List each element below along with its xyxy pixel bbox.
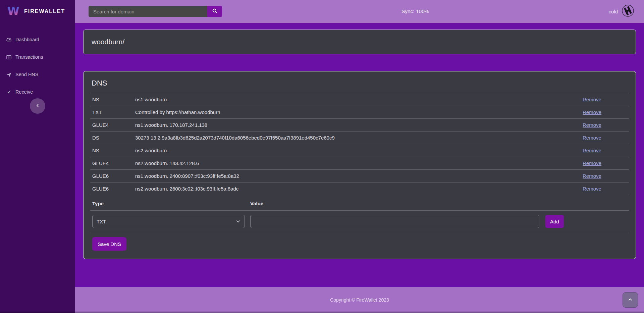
record-value: ns2.woodburn. bbox=[135, 148, 583, 153]
record-value: ns1.woodburn. 170.187.241.138 bbox=[135, 122, 583, 128]
record-action: Remove bbox=[583, 135, 627, 141]
topbar: Sync: 100% cold bbox=[75, 0, 644, 23]
domain-search bbox=[89, 6, 222, 17]
table-icon bbox=[6, 54, 12, 60]
sidebar-item-label: Transactions bbox=[15, 54, 43, 60]
record-value: ns1.woodburn. bbox=[135, 97, 583, 102]
sync-status: Sync: 100% bbox=[401, 8, 429, 14]
dns-add-form: TXT Add bbox=[90, 211, 629, 233]
record-action: Remove bbox=[583, 109, 627, 115]
dns-record-row: NS ns1.woodburn. Remove bbox=[90, 93, 629, 106]
record-value: ns2.woodburn. 2600:3c02::f03c:93ff:fe5a:… bbox=[135, 186, 583, 192]
record-value: ns2.woodburn. 143.42.128.6 bbox=[135, 160, 583, 166]
handshake-icon bbox=[621, 4, 635, 19]
remove-link[interactable]: Remove bbox=[583, 148, 601, 153]
record-action: Remove bbox=[583, 122, 627, 128]
sidebar-item-label: Send HNS bbox=[15, 72, 39, 77]
wallet-name: cold bbox=[608, 9, 618, 14]
record-action: Remove bbox=[583, 173, 627, 179]
record-type-select[interactable]: TXT bbox=[92, 215, 245, 228]
remove-link[interactable]: Remove bbox=[583, 160, 601, 166]
record-action: Remove bbox=[583, 186, 627, 192]
remove-link[interactable]: Remove bbox=[583, 173, 601, 179]
gauge-icon bbox=[6, 37, 12, 43]
scroll-to-top-button[interactable] bbox=[623, 292, 638, 308]
copyright-text: Copyright © FireWallet 2023 bbox=[330, 297, 389, 303]
sidebar-collapse-button[interactable] bbox=[30, 98, 45, 114]
dns-record-row: NS ns2.woodburn. Remove bbox=[90, 144, 629, 157]
record-type: GLUE6 bbox=[92, 173, 135, 179]
record-type: TXT bbox=[92, 109, 135, 115]
remove-link[interactable]: Remove bbox=[583, 186, 601, 192]
sidebar: W FIREWALLET Dashboard Transact bbox=[0, 0, 75, 313]
sidebar-item-transactions[interactable]: Transactions bbox=[0, 48, 75, 66]
dns-record-row: TXT Controlled by https://nathan.woodbur… bbox=[90, 106, 629, 119]
record-action: Remove bbox=[583, 97, 627, 102]
brand-title: FIREWALLET bbox=[24, 8, 65, 14]
value-column-header: Value bbox=[250, 201, 539, 206]
arrow-down-left-icon bbox=[6, 89, 12, 95]
sidebar-item-label: Dashboard bbox=[15, 37, 39, 42]
chevron-up-icon bbox=[628, 297, 633, 303]
page-title: woodburn/ bbox=[92, 38, 124, 46]
paper-plane-icon bbox=[6, 72, 12, 77]
sidebar-item-send-hns[interactable]: Send HNS bbox=[0, 66, 75, 83]
record-type-select-wrap: TXT bbox=[92, 215, 245, 228]
record-value: ns1.woodburn. 2400:8907::f03c:93ff:fe5a:… bbox=[135, 173, 583, 179]
record-action: Remove bbox=[583, 148, 627, 153]
remove-link[interactable]: Remove bbox=[583, 122, 601, 128]
wallet-indicator[interactable]: cold bbox=[608, 4, 635, 19]
brand[interactable]: W FIREWALLET bbox=[0, 0, 75, 23]
sidebar-menu: Dashboard Transactions Send HNS bbox=[0, 31, 75, 101]
record-type: NS bbox=[92, 97, 135, 102]
dns-records-table: NS ns1.woodburn. Remove TXT Controlled b… bbox=[90, 93, 629, 195]
dns-record-row: GLUE4 ns1.woodburn. 170.187.241.138 Remo… bbox=[90, 119, 629, 132]
remove-link[interactable]: Remove bbox=[583, 97, 601, 102]
dns-form-headers: Type Value bbox=[90, 195, 629, 211]
dns-record-row: DS 30273 13 2 9a3a8fb3d625d2a2073d740f10… bbox=[90, 132, 629, 144]
type-column-header: Type bbox=[92, 201, 245, 206]
search-input[interactable] bbox=[89, 6, 207, 17]
chevron-left-icon bbox=[35, 103, 40, 110]
sidebar-item-label: Receive bbox=[15, 89, 33, 95]
record-value-input[interactable] bbox=[250, 215, 539, 228]
domain-title-card: woodburn/ bbox=[83, 30, 636, 54]
save-dns-button[interactable]: Save DNS bbox=[92, 237, 126, 251]
remove-link[interactable]: Remove bbox=[583, 135, 601, 141]
dns-record-row: GLUE6 ns2.woodburn. 2600:3c02::f03c:93ff… bbox=[90, 182, 629, 195]
dns-card-title: DNS bbox=[90, 77, 629, 93]
record-type: GLUE4 bbox=[92, 160, 135, 166]
record-type: GLUE6 bbox=[92, 186, 135, 192]
svg-text:W: W bbox=[7, 5, 19, 17]
record-action: Remove bbox=[583, 160, 627, 166]
record-type: DS bbox=[92, 135, 135, 141]
sidebar-item-dashboard[interactable]: Dashboard bbox=[0, 31, 75, 48]
dns-record-row: GLUE6 ns1.woodburn. 2400:8907::f03c:93ff… bbox=[90, 170, 629, 182]
add-record-button[interactable]: Add bbox=[545, 215, 564, 228]
record-value: Controlled by https://nathan.woodburn bbox=[135, 109, 583, 115]
dns-card: DNS NS ns1.woodburn. Remove TXT Controll… bbox=[83, 71, 636, 259]
record-type: GLUE4 bbox=[92, 122, 135, 128]
main-content: woodburn/ DNS NS ns1.woodburn. Remove TX… bbox=[75, 23, 644, 287]
record-value: 30273 13 2 9a3a8fb3d625d2a2073d740f10da6… bbox=[135, 135, 583, 141]
search-icon bbox=[212, 8, 218, 15]
dns-record-row: GLUE4 ns2.woodburn. 143.42.128.6 Remove bbox=[90, 157, 629, 170]
search-button[interactable] bbox=[207, 6, 222, 17]
footer: Copyright © FireWallet 2023 bbox=[75, 287, 644, 313]
remove-link[interactable]: Remove bbox=[583, 109, 601, 115]
record-type: NS bbox=[92, 148, 135, 153]
firewallet-logo-icon: W bbox=[7, 4, 20, 19]
